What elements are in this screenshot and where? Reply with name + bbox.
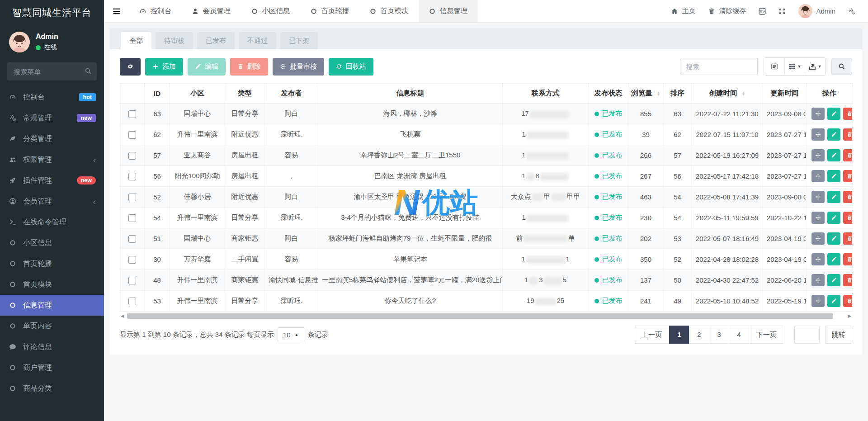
- sidebar-item-11[interactable]: 信息管理: [0, 295, 104, 316]
- menu-toggle-icon[interactable]: [104, 0, 129, 22]
- page-button-2[interactable]: 2: [689, 326, 709, 344]
- export-button[interactable]: ▼: [805, 58, 825, 75]
- edit-button[interactable]: [827, 170, 840, 182]
- sidebar-item-5[interactable]: 插件管理new: [0, 170, 104, 191]
- delete-button[interactable]: [843, 149, 853, 161]
- move-button[interactable]: [811, 295, 825, 307]
- sort-icon[interactable]: ▲▼: [742, 91, 745, 96]
- sidebar-item-7[interactable]: 在线命令管理: [0, 212, 104, 232]
- batch-audit-button[interactable]: 批量审核: [273, 58, 324, 76]
- refresh-button[interactable]: [120, 58, 141, 76]
- row-checkbox[interactable]: [128, 194, 136, 201]
- settings-button[interactable]: [842, 0, 862, 23]
- filter-tab-2[interactable]: 待审核: [156, 32, 193, 49]
- row-checkbox[interactable]: [128, 298, 136, 305]
- next-page-button[interactable]: 下一页: [749, 326, 784, 344]
- search-button[interactable]: [831, 58, 852, 75]
- page-button-4[interactable]: 4: [729, 326, 749, 344]
- row-checkbox[interactable]: [128, 152, 136, 160]
- page-size-select[interactable]: 10 ▲: [278, 327, 304, 342]
- delete-button[interactable]: 删除: [230, 58, 268, 76]
- fullscreen-button[interactable]: [772, 0, 792, 23]
- menu-search-input[interactable]: [7, 62, 97, 80]
- delete-button[interactable]: [843, 170, 853, 182]
- nav-tab-1[interactable]: 控制台: [129, 0, 182, 22]
- row-checkbox[interactable]: [128, 214, 136, 222]
- edit-button[interactable]: [827, 212, 840, 224]
- sidebar-item-12[interactable]: 单页内容: [0, 316, 104, 336]
- sidebar-item-10[interactable]: 首页模块: [0, 274, 104, 295]
- filter-tab-1[interactable]: 全部: [121, 32, 151, 49]
- scrollbar-thumb[interactable]: [127, 313, 833, 319]
- scroll-right-icon[interactable]: ▶: [847, 313, 852, 319]
- page-button-3[interactable]: 3: [709, 326, 729, 344]
- column-header-views[interactable]: 浏览量▲▼: [628, 84, 664, 104]
- row-checkbox[interactable]: [128, 235, 136, 243]
- edit-button[interactable]: [827, 191, 840, 203]
- nav-tab-6[interactable]: 信息管理: [419, 0, 478, 22]
- page-jump-button[interactable]: 跳转: [825, 326, 852, 344]
- sidebar-item-6[interactable]: 会员管理‹: [0, 191, 104, 212]
- delete-button[interactable]: [843, 232, 853, 245]
- move-button[interactable]: [811, 212, 825, 224]
- sidebar-item-15[interactable]: 商品分类: [0, 378, 104, 399]
- move-button[interactable]: [811, 232, 825, 245]
- columns-button[interactable]: ▼: [784, 58, 805, 75]
- row-checkbox[interactable]: [128, 277, 136, 284]
- move-button[interactable]: [811, 253, 825, 265]
- edit-button[interactable]: [827, 295, 840, 307]
- move-button[interactable]: [811, 170, 825, 182]
- nav-tab-3[interactable]: 小区信息: [241, 0, 300, 22]
- detail-view-button[interactable]: [764, 58, 784, 75]
- translate-button[interactable]: 文A: [752, 0, 772, 23]
- sidebar-item-14[interactable]: 商户管理: [0, 357, 104, 378]
- delete-button[interactable]: [843, 274, 853, 286]
- move-button[interactable]: [811, 108, 825, 120]
- sidebar-item-2[interactable]: 常规管理new: [0, 108, 104, 128]
- nav-tab-5[interactable]: 首页模块: [359, 0, 419, 22]
- edit-button[interactable]: [827, 232, 840, 245]
- move-button[interactable]: [811, 128, 825, 141]
- edit-button[interactable]: [827, 108, 840, 120]
- row-checkbox[interactable]: [128, 256, 136, 264]
- sidebar-item-4[interactable]: 权限管理‹: [0, 149, 104, 170]
- sidebar-item-1[interactable]: 控制台hot: [0, 87, 104, 108]
- delete-button[interactable]: [843, 253, 853, 265]
- filter-tab-5[interactable]: 已下架: [280, 32, 318, 49]
- clear-cache-link[interactable]: 清除缓存: [702, 0, 752, 23]
- move-button[interactable]: [811, 274, 825, 286]
- edit-button[interactable]: [827, 253, 840, 265]
- add-button[interactable]: 添加: [145, 58, 183, 76]
- sidebar-item-8[interactable]: 小区信息: [0, 232, 104, 253]
- delete-button[interactable]: [843, 108, 853, 120]
- move-button[interactable]: [811, 149, 825, 161]
- page-jump-input[interactable]: [794, 326, 820, 344]
- table-search-input[interactable]: [680, 58, 758, 75]
- nav-tab-4[interactable]: 首页轮播: [300, 0, 359, 22]
- sidebar-item-13[interactable]: 评论信息: [0, 336, 104, 357]
- edit-button[interactable]: 编辑: [188, 58, 226, 76]
- edit-button[interactable]: [827, 149, 840, 161]
- home-link[interactable]: 主页: [665, 0, 702, 23]
- edit-button[interactable]: [827, 128, 840, 141]
- delete-button[interactable]: [843, 295, 853, 307]
- delete-button[interactable]: [843, 128, 853, 141]
- sidebar-item-3[interactable]: 分类管理: [0, 128, 104, 149]
- column-header-created[interactable]: 创建时间▲▼: [692, 84, 763, 104]
- prev-page-button[interactable]: 上一页: [634, 326, 670, 344]
- sidebar-item-9[interactable]: 首页轮播: [0, 253, 104, 274]
- edit-button[interactable]: [827, 274, 840, 286]
- sort-icon[interactable]: ▲▼: [657, 91, 660, 96]
- nav-tab-2[interactable]: 会员管理: [182, 0, 241, 22]
- delete-button[interactable]: [843, 212, 853, 224]
- recycle-bin-button[interactable]: 回收站: [329, 58, 373, 76]
- move-button[interactable]: [811, 191, 825, 203]
- page-button-1[interactable]: 1: [669, 326, 689, 344]
- delete-button[interactable]: [843, 191, 853, 203]
- scroll-left-icon[interactable]: ◀: [120, 313, 125, 319]
- nav-user[interactable]: Admin: [792, 0, 842, 23]
- row-checkbox[interactable]: [128, 110, 136, 118]
- row-checkbox[interactable]: [128, 131, 136, 139]
- filter-tab-4[interactable]: 不通过: [239, 32, 276, 49]
- filter-tab-3[interactable]: 已发布: [197, 32, 235, 49]
